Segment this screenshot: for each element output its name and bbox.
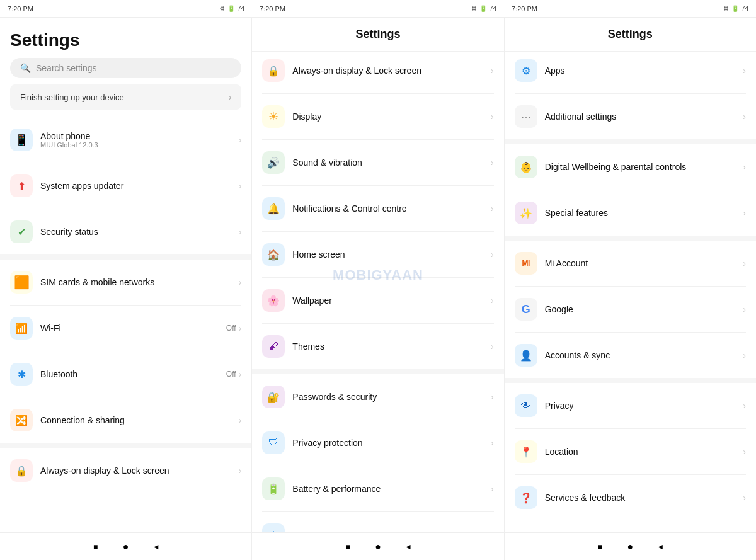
sound-text: Sound & vibration (292, 157, 491, 168)
apps-p3-text: Apps (545, 66, 743, 76)
list-item[interactable]: 🌸 Wallpaper › (252, 282, 503, 319)
bottom-nav-3: ■ ● ◄ (505, 533, 756, 560)
divider (262, 420, 493, 420)
additional-p3-text: Additional settings (545, 111, 743, 122)
list-item[interactable]: 🔀 Connection & sharing › (0, 401, 251, 439)
nav-recent-button-3[interactable]: ■ (593, 540, 606, 553)
divider (262, 139, 493, 140)
list-item[interactable]: G Google › (505, 290, 756, 328)
list-item[interactable]: 🛡 Privacy protection › (252, 424, 503, 462)
status-panel-1: 7:20 PM ⚙ 🔋 74 (0, 0, 252, 17)
wallpaper-icon: 🌸 (262, 289, 285, 312)
additional-p3-icon: ⋯ (515, 105, 537, 128)
list-item[interactable]: 📱 About phone MIUI Global 12.0.3 › (0, 121, 251, 159)
nav-home-button[interactable]: ● (120, 540, 132, 553)
divider (515, 286, 746, 287)
nav-home-button-3[interactable]: ● (624, 540, 636, 553)
list-item[interactable]: 👁 Privacy › (505, 387, 756, 425)
chevron-right-icon: › (491, 341, 494, 351)
apps-label-p2: Apps (292, 530, 491, 532)
battery-icon-1: 🔋 (227, 5, 235, 12)
list-item[interactable]: ⋯ Additional settings › (505, 98, 756, 135)
wifi-value: Off (226, 324, 236, 333)
list-item[interactable]: ✱ Bluetooth Off › (0, 355, 251, 393)
finish-setup-chevron-icon: › (229, 92, 232, 102)
bottom-nav-2: ■ ● ◄ (252, 533, 504, 560)
security-label: Security status (40, 227, 239, 237)
battery-icon: 🔋 (262, 477, 285, 500)
divider (515, 190, 746, 190)
notifications-icon: 🔔 (262, 197, 285, 220)
chevron-right-icon: › (239, 323, 242, 333)
status-icons-3: ⚙ 🔋 74 (723, 5, 748, 12)
privacy-label: Privacy (545, 401, 743, 411)
list-item[interactable]: ⚙ Apps › (505, 52, 756, 89)
nav-back-button-3[interactable]: ◄ (654, 540, 667, 553)
list-item[interactable]: ⬆ System apps updater › (0, 167, 251, 205)
special-icon: ✨ (515, 202, 537, 224)
page-title: Settings (10, 30, 241, 50)
search-bar[interactable]: 🔍 Search settings (10, 58, 241, 78)
sim-label: SIM cards & mobile networks (40, 277, 239, 287)
chevron-right-icon: › (239, 369, 242, 379)
bluetooth-label: Bluetooth (40, 369, 226, 379)
time-2: 7:20 PM (260, 5, 285, 13)
aod-icon: 🔒 (262, 59, 285, 82)
chevron-right-icon: › (491, 484, 494, 494)
nav-back-button-2[interactable]: ◄ (402, 540, 415, 553)
apps-icon-p2: ⚙ (262, 523, 285, 532)
list-item[interactable]: 🔋 Battery & performance › (252, 470, 503, 508)
list-item[interactable]: 🔐 Passwords & security › (252, 378, 503, 416)
list-item[interactable]: 🖌 Themes › (252, 328, 503, 365)
list-item[interactable]: 🔒 Always-on display & Lock screen › (252, 52, 503, 89)
list-item[interactable]: 👤 Accounts & sync › (505, 336, 756, 374)
bottom-nav: ■ ● ◄ ■ ● ◄ ■ ● ◄ (0, 532, 756, 560)
divider (10, 351, 241, 351)
chevron-right-icon: › (491, 157, 494, 168)
chevron-right-icon: › (491, 111, 494, 122)
about-phone-text: About phone MIUI Global 12.0.3 (40, 131, 239, 149)
list-item[interactable]: 🔔 Notifications & Control centre › (252, 190, 503, 227)
sound-icon: 🔊 (262, 151, 285, 174)
list-item[interactable]: 🔒 Always-on display & Lock screen › (0, 452, 251, 489)
nav-back-button[interactable]: ◄ (150, 540, 163, 553)
wallpaper-label: Wallpaper (292, 295, 491, 306)
list-item[interactable]: 📶 Wi-Fi Off › (0, 309, 251, 347)
list-item[interactable]: ✨ Special features › (505, 194, 756, 232)
chevron-right-icon: › (743, 66, 746, 76)
privacy-protection-label: Privacy protection (292, 438, 491, 448)
nav-recent-button-2[interactable]: ■ (341, 540, 354, 553)
chevron-right-icon: › (239, 277, 242, 287)
list-item[interactable]: MI Mi Account › (505, 244, 756, 282)
lock-screen-text: Always-on display & Lock screen (40, 466, 239, 476)
list-item[interactable]: 👶 Digital Wellbeing & parental controls … (505, 148, 756, 186)
list-item[interactable]: 📍 Location › (505, 433, 756, 471)
status-panel-2: 7:20 PM ⚙ 🔋 74 (252, 0, 504, 17)
divider (262, 466, 493, 466)
themes-text: Themes (292, 341, 491, 351)
battery-label: Battery & performance (292, 484, 491, 494)
nav-recent-button[interactable]: ■ (89, 540, 102, 553)
list-item[interactable]: ✔ Security status › (0, 213, 251, 251)
wifi-text: Wi-Fi (40, 323, 226, 333)
list-item[interactable]: ⚙ Apps › (252, 516, 503, 532)
divider (515, 428, 746, 429)
chevron-right-icon: › (239, 181, 242, 191)
apps-p3-label: Apps (545, 66, 743, 76)
list-item[interactable]: ❓ Services & feedback › (505, 479, 756, 517)
connection-label: Connection & sharing (40, 415, 239, 425)
panel2-title: Settings (252, 18, 503, 52)
divider (262, 185, 493, 186)
system-updater-text: System apps updater (40, 181, 239, 191)
mi-account-text: Mi Account (545, 258, 743, 268)
wellbeing-label: Digital Wellbeing & parental controls (545, 162, 743, 172)
battery-icon-3: 🔋 (731, 5, 739, 12)
nav-home-button-2[interactable]: ● (372, 540, 384, 553)
panel3-content: ⚙ Apps › ⋯ Additional settings › 👶 Digit… (505, 52, 756, 532)
chevron-right-icon: › (239, 466, 242, 476)
finish-setup-button[interactable]: Finish setting up your device › (10, 84, 241, 110)
list-item[interactable]: 🟧 SIM cards & mobile networks › (0, 263, 251, 301)
list-item[interactable]: ☀ Display › (252, 98, 503, 135)
list-item[interactable]: 🏠 Home screen › (252, 236, 503, 273)
list-item[interactable]: 🔊 Sound & vibration › (252, 144, 503, 181)
